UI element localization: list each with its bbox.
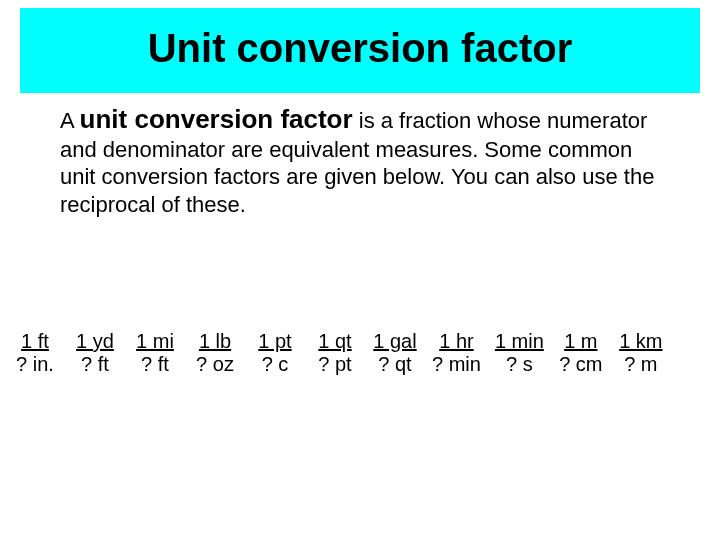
fraction-numerator: 1 pt [258, 330, 291, 353]
fractions-row: 1 ft ? in. 1 yd ? ft 1 mi ? ft 1 lb ? oz… [12, 330, 708, 376]
fraction-numerator: 1 ft [21, 330, 49, 353]
fraction-denominator: ? oz [196, 353, 234, 376]
fraction-denominator: ? in. [16, 353, 54, 376]
body-term: unit conversion factor [80, 104, 353, 134]
fraction-denominator: ? m [624, 353, 657, 376]
fraction-km-m: 1 km ? m [618, 330, 664, 376]
fraction-numerator: 1 gal [373, 330, 416, 353]
fraction-ft-in: 1 ft ? in. [12, 330, 58, 376]
fraction-gal-qt: 1 gal ? qt [372, 330, 418, 376]
fraction-numerator: 1 m [564, 330, 597, 353]
fraction-denominator: ? ft [141, 353, 169, 376]
fraction-numerator: 1 km [619, 330, 662, 353]
fraction-hr-min: 1 hr ? min [432, 330, 481, 376]
fraction-numerator: 1 lb [199, 330, 231, 353]
fraction-yd-ft: 1 yd ? ft [72, 330, 118, 376]
fraction-mi-ft: 1 mi ? ft [132, 330, 178, 376]
fraction-numerator: 1 qt [318, 330, 351, 353]
title-bar: Unit conversion factor [20, 8, 700, 93]
fraction-lb-oz: 1 lb ? oz [192, 330, 238, 376]
body-paragraph: A unit conversion factor is a fraction w… [60, 103, 660, 218]
fraction-min-s: 1 min ? s [495, 330, 544, 376]
fraction-denominator: ? s [506, 353, 533, 376]
fraction-denominator: ? qt [378, 353, 411, 376]
fraction-pt-c: 1 pt ? c [252, 330, 298, 376]
fraction-numerator: 1 hr [439, 330, 473, 353]
body-prefix: A [60, 108, 80, 133]
fraction-denominator: ? c [262, 353, 289, 376]
fraction-numerator: 1 min [495, 330, 544, 353]
fraction-numerator: 1 mi [136, 330, 174, 353]
fraction-denominator: ? pt [318, 353, 351, 376]
fraction-denominator: ? cm [559, 353, 602, 376]
fraction-qt-pt: 1 qt ? pt [312, 330, 358, 376]
fraction-numerator: 1 yd [76, 330, 114, 353]
fraction-denominator: ? ft [81, 353, 109, 376]
slide-title: Unit conversion factor [148, 26, 573, 70]
fraction-m-cm: 1 m ? cm [558, 330, 604, 376]
fraction-denominator: ? min [432, 353, 481, 376]
